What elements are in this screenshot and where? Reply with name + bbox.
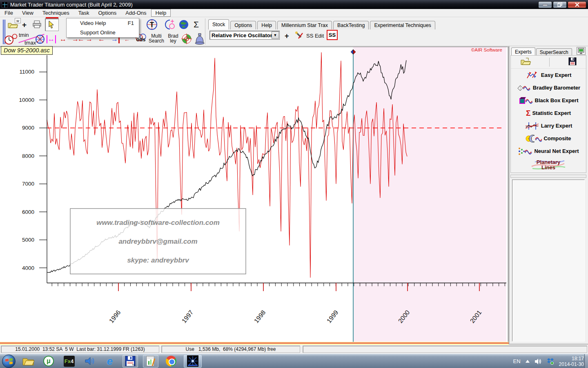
tray-volume-icon[interactable] xyxy=(535,358,542,365)
pointer-tool-button[interactable] xyxy=(45,18,59,31)
volume-mixer-icon[interactable] xyxy=(82,355,97,368)
window-title: Market Trader Titanium compact (Built Ap… xyxy=(10,2,133,8)
tab-experimental-techniques[interactable]: Experimental Techniques xyxy=(370,21,435,29)
chart-editor-icon[interactable] xyxy=(143,355,158,368)
target-icon[interactable] xyxy=(181,34,192,44)
time-cycle-icon[interactable]: T xyxy=(146,19,158,30)
add-icon[interactable]: + xyxy=(22,20,27,29)
bradley-barometer-icon xyxy=(517,83,531,92)
svg-text:5000: 5000 xyxy=(22,237,34,243)
svg-text:64: 64 xyxy=(132,364,135,366)
svg-text:11000: 11000 xyxy=(19,69,34,75)
chart-file-label[interactable]: Dow 95-2000.asc xyxy=(1,46,53,55)
svg-text:1997: 1997 xyxy=(180,309,195,324)
windows-explorer-icon[interactable] xyxy=(20,355,36,368)
expert-item-larry-expert[interactable]: Larry Expert xyxy=(511,119,586,132)
language-indicator[interactable]: EN xyxy=(513,358,521,364)
expert-item-composite[interactable]: Composite xyxy=(511,132,586,145)
save-expert-icon[interactable] xyxy=(568,57,577,67)
oscillator-select-value: Relative Price Oscillator xyxy=(210,32,272,38)
experts-panel: Experts SuperSearch Easy Expert Bradley … xyxy=(509,46,588,345)
price-oscillator-chart[interactable]: www.trading-software-collection.comandre… xyxy=(0,46,509,342)
svg-text:8000: 8000 xyxy=(22,153,34,159)
svg-text:©AIR Software: ©AIR Software xyxy=(471,47,502,52)
neural-net-expert-icon xyxy=(518,147,532,156)
tray-expand-icon[interactable] xyxy=(526,360,530,363)
tab-options[interactable]: Options xyxy=(230,21,256,29)
expert-item-bradley-barometer[interactable]: Bradley Barometer xyxy=(511,81,586,94)
restore-button[interactable] xyxy=(553,1,567,8)
utorrent-icon[interactable]: µ xyxy=(41,355,56,368)
menu-view[interactable]: View xyxy=(18,9,38,17)
status-memory-info: Use 1,536 Mb, 68% (4294,967 Mb) free xyxy=(161,346,300,353)
tab-millennium-star-trax[interactable]: Millennium Star Trax xyxy=(277,21,332,29)
help-dropdown-menu: Video Help F1 Support Online xyxy=(66,18,139,38)
status-bar: 15.01.2000 13:52 SA 5 W Last bar: 31.12.… xyxy=(0,345,588,354)
fxl-icon[interactable]: Fx4 xyxy=(61,355,77,368)
menu-techniques[interactable]: Techniques xyxy=(38,9,74,17)
dropbox-icon[interactable] xyxy=(547,358,554,365)
combo-dropdown-arrow[interactable]: ▼ xyxy=(272,31,279,39)
expand-arrow-icon[interactable]: ↔ xyxy=(60,35,67,43)
tab-experts[interactable]: Experts xyxy=(511,47,535,56)
tab-backtesting[interactable]: BackTesting xyxy=(333,21,369,29)
edit-tool-icon[interactable] xyxy=(295,31,304,40)
start-button[interactable] xyxy=(2,355,16,368)
taskbar-clock[interactable]: 18:17 2014-01-30 xyxy=(559,356,584,367)
menu-file[interactable]: File xyxy=(0,9,18,17)
market-trader-taskbar-icon[interactable] xyxy=(184,355,202,368)
chart-bottom-border xyxy=(0,342,509,345)
bradley-button[interactable]: Bradley xyxy=(166,34,180,43)
title-bar: Market Trader Titanium compact (Built Ap… xyxy=(0,0,588,9)
expert-item-neural-net-expert[interactable]: Neural Net Expert xyxy=(511,145,586,157)
sigma-icon[interactable]: Σ xyxy=(194,20,199,29)
load-expert-icon[interactable] xyxy=(520,57,531,67)
disk-app-icon[interactable]: 64 xyxy=(122,355,138,368)
monitor-icon[interactable] xyxy=(577,47,586,55)
close-button[interactable] xyxy=(568,1,586,8)
menu-item-support-online[interactable]: Support Online xyxy=(67,28,139,37)
ss-edit-label[interactable]: SS Edit xyxy=(306,33,324,39)
status-date-info: 15.01.2000 13:52 SA 5 W Last bar: 31.12.… xyxy=(1,346,159,353)
composite-icon xyxy=(526,134,542,143)
print-icon[interactable] xyxy=(33,20,42,28)
minimize-button[interactable] xyxy=(538,1,552,8)
fixed-span-arrow-icon[interactable]: ↔ xyxy=(47,35,56,43)
toolbar-area: w + ? T Σ tmin tmax ↔ ↔ →← → ← → ← ods M… xyxy=(0,17,588,46)
oscillator-select[interactable]: Relative Price Oscillator ▼ xyxy=(209,31,280,40)
svg-text:6000: 6000 xyxy=(22,209,34,215)
svg-text:1996: 1996 xyxy=(108,309,122,324)
system-tray: EN 18:17 2014-01-30 xyxy=(513,354,584,368)
expert-item-easy-expert[interactable]: Easy Expert xyxy=(511,69,586,81)
active-tool-marker xyxy=(46,17,58,18)
menu-add-ons[interactable]: Add-Ons xyxy=(121,9,151,17)
bell-icon[interactable] xyxy=(194,33,206,45)
svg-text:1999: 1999 xyxy=(325,309,340,324)
menu-options[interactable]: Options xyxy=(94,9,121,17)
taskbar: µ Fx4 e 64 EN 18:17 2014-01-30 xyxy=(0,354,588,368)
globe-icon[interactable] xyxy=(179,20,189,29)
clock-icon[interactable] xyxy=(4,34,18,45)
expert-item-statistic-expert[interactable]: Σ Statistic Expert xyxy=(511,107,586,119)
menu-bar: File View Techniques Task Options Add-On… xyxy=(0,9,588,17)
tab-help[interactable]: Help xyxy=(257,21,276,29)
chart-window: www.trading-software-collection.comandre… xyxy=(0,46,509,342)
larry-expert-icon xyxy=(525,121,539,130)
menu-help[interactable]: Help xyxy=(151,9,171,17)
chrome-icon[interactable] xyxy=(163,355,179,368)
multi-search-button[interactable]: MultiSearch xyxy=(147,34,166,43)
internet-explorer-icon[interactable]: e xyxy=(102,355,118,368)
show-desktop-button[interactable] xyxy=(584,354,588,368)
menu-task[interactable]: Task xyxy=(74,9,94,17)
astro-moon-icon[interactable] xyxy=(163,19,176,30)
menu-item-video-help[interactable]: Video Help F1 xyxy=(67,18,139,28)
tab-stock[interactable]: Stock xyxy=(208,19,229,29)
black-box-expert-icon xyxy=(519,96,533,105)
status-extra-panel xyxy=(303,346,587,353)
compass-globe-icon[interactable] xyxy=(35,34,45,44)
add-oscillator-icon[interactable]: + xyxy=(285,32,289,40)
ss-button[interactable]: SS xyxy=(327,30,338,40)
easy-expert-icon xyxy=(526,71,539,80)
expert-item-planetary-lines[interactable]: Planetary Lines xyxy=(511,157,586,172)
expert-item-black-box-expert[interactable]: Black Box Expert xyxy=(511,94,586,107)
